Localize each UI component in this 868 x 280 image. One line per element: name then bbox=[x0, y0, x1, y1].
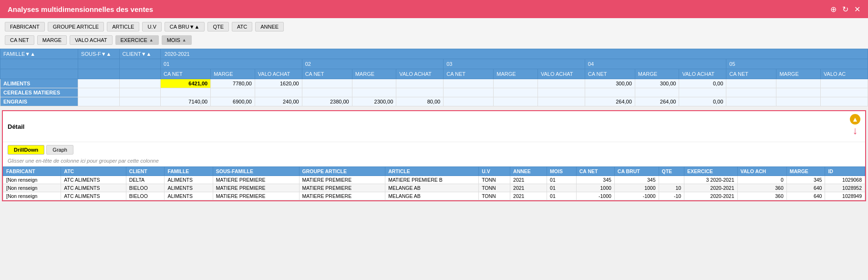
detail-cell: -10 bbox=[659, 192, 684, 200]
detail-cell: 1029068 bbox=[825, 176, 865, 184]
cell-m03-marge-engrais bbox=[494, 97, 538, 106]
table-row[interactable]: ENGRAIS 7140,00 6900,00 240,00 2380,00 2… bbox=[0, 97, 868, 106]
detail-cell: MATIERE PREMIERE bbox=[299, 176, 385, 184]
th-client[interactable]: CLIENT▼▲ bbox=[119, 49, 161, 59]
filter-btn-qte[interactable]: QTE bbox=[207, 22, 229, 31]
filter-btn-annee[interactable]: ANNEE bbox=[255, 22, 284, 31]
table-row[interactable]: CEREALES MATIERES bbox=[0, 88, 868, 97]
cell-m04-valoachat-engrais: 0,00 bbox=[679, 97, 726, 106]
th-id: ID bbox=[825, 167, 865, 176]
detail-cell: -1000 bbox=[614, 192, 659, 200]
app-header: Analyses multidimensionnelles des ventes… bbox=[0, 0, 868, 18]
detail-cell: MATIERE PREMIERE bbox=[213, 176, 299, 184]
detail-cell: 01 bbox=[547, 176, 577, 184]
detail-cell: 1028949 bbox=[825, 192, 865, 200]
cell-famille-cereales: CEREALES MATIERES bbox=[0, 88, 78, 97]
cell-m04-canet-engrais: 264,00 bbox=[585, 97, 635, 106]
table-row[interactable]: [Non renseignATC ALIMENTSBIELOOALIMENTSM… bbox=[3, 184, 865, 192]
cell-m04-valoachat-cereales bbox=[679, 88, 726, 97]
detail-cell: ALIMENTS bbox=[165, 176, 213, 184]
th-famille: FAMILLE bbox=[165, 167, 213, 176]
th-f3 bbox=[0, 69, 78, 79]
th-exercice: EXERCICE bbox=[684, 167, 737, 176]
detail-cell: 2021 bbox=[510, 176, 547, 184]
cell-m04-marge-cereales bbox=[635, 88, 679, 97]
th-sousfam2 bbox=[78, 59, 120, 69]
filter-btn-marge[interactable]: MARGE bbox=[37, 35, 67, 45]
refresh-icon[interactable]: ↻ bbox=[842, 5, 848, 14]
cell-sousfam-cereales bbox=[78, 88, 120, 97]
cell-m01-marge-engrais: 6900,00 bbox=[211, 97, 255, 106]
th-m01-canet: CA NET bbox=[161, 69, 211, 79]
detail-cell: MELANGE AB bbox=[385, 184, 479, 192]
th-famille[interactable]: FAMILLE▼▲ bbox=[0, 49, 78, 59]
filter-btn-article[interactable]: ARTICLE bbox=[107, 22, 139, 31]
th-m05-marge: MARGE bbox=[776, 69, 821, 79]
th-month-03: 03 bbox=[444, 59, 585, 69]
cell-m02-marge-engrais: 2300,00 bbox=[352, 97, 396, 106]
detail-collapse-btn[interactable]: ▲ bbox=[850, 114, 860, 124]
cell-m05-canet-engrais bbox=[726, 97, 776, 106]
cell-m04-marge-aliments: 300,00 bbox=[635, 79, 679, 88]
cell-m03-marge-cereales bbox=[494, 88, 538, 97]
detail-cell: DELTA bbox=[126, 176, 165, 184]
filter-btn-fabricant[interactable]: FABRICANT bbox=[5, 22, 45, 31]
filter-btn-canet[interactable]: CA NET bbox=[5, 35, 34, 45]
close-icon[interactable]: ✕ bbox=[854, 5, 860, 14]
th-month-04: 04 bbox=[585, 59, 726, 69]
cell-m01-valoachat-aliments: 1620,00 bbox=[255, 79, 302, 88]
filter-btn-mois[interactable]: MOIS ▲ bbox=[162, 35, 192, 45]
detail-hint: Glisser une en-tête de colonne ici pour … bbox=[3, 156, 865, 166]
detail-cell: [Non renseign bbox=[3, 176, 61, 184]
filter-btn-valoachat[interactable]: VALO ACHAT bbox=[70, 35, 112, 45]
filter-toolbar-row1: FABRICANT GROUPE ARTICLE ARTICLE U.V CA … bbox=[0, 18, 868, 33]
th-m03-canet: CA NET bbox=[444, 69, 494, 79]
cell-sousfam-engrais bbox=[78, 97, 120, 106]
detail-cell: MATIERE PREMIERE bbox=[213, 184, 299, 192]
th-m03-valoachat: VALO ACHAT bbox=[537, 69, 585, 79]
detail-cell: 2020-2021 bbox=[684, 192, 737, 200]
tab-graph[interactable]: Graph bbox=[46, 145, 73, 155]
th-annee: ANNEE bbox=[510, 167, 547, 176]
filter-btn-exercice[interactable]: EXERCICE ▲ bbox=[115, 35, 159, 45]
th-sousfamille: SOUS-FAMILLE bbox=[213, 167, 299, 176]
cell-m04-canet-cereales bbox=[585, 88, 635, 97]
th-sousfam[interactable]: SOUS-F▼▲ bbox=[78, 49, 120, 59]
table-row[interactable]: [Non renseignATC ALIMENTSDELTAALIMENTSMA… bbox=[3, 176, 865, 184]
th-ca-brut: CA BRUT bbox=[614, 167, 659, 176]
detail-cell: 3 2020-2021 bbox=[684, 176, 737, 184]
cell-m02-canet-aliments bbox=[302, 79, 352, 88]
th-article: ARTICLE bbox=[385, 167, 479, 176]
detail-cell: 10 bbox=[659, 184, 684, 192]
filter-btn-uv[interactable]: U.V bbox=[142, 22, 161, 31]
cell-m03-valoachat-cereales bbox=[537, 88, 585, 97]
detail-cell: 2020-2021 bbox=[684, 184, 737, 192]
filter-btn-groupe-article[interactable]: GROUPE ARTICLE bbox=[48, 22, 104, 31]
cell-m04-canet-aliments: 300,00 bbox=[585, 79, 635, 88]
th-m04-valoachat: VALO ACHAT bbox=[679, 69, 726, 79]
cell-m02-valoachat-aliments bbox=[396, 79, 444, 88]
detail-cell: 1000 bbox=[576, 184, 614, 192]
cell-sousfam-aliments bbox=[78, 79, 120, 88]
share-icon[interactable]: ⊕ bbox=[830, 5, 837, 14]
th-famille2 bbox=[0, 59, 78, 69]
filter-btn-atc[interactable]: ATC bbox=[232, 22, 252, 31]
filter-btn-cabrut[interactable]: CA BRU▼▲ bbox=[165, 22, 205, 31]
table-row[interactable]: ALIMENTS 6421,00 7780,00 1620,00 300,00 … bbox=[0, 79, 868, 88]
detail-table-wrapper: FABRICANT ATC CLIENT FAMILLE SOUS-FAMILL… bbox=[3, 166, 865, 200]
cell-m03-canet-engrais bbox=[444, 97, 494, 106]
table-row[interactable]: [Non renseignATC ALIMENTSBIELOOALIMENTSM… bbox=[3, 192, 865, 200]
cell-m02-marge-aliments bbox=[352, 79, 396, 88]
cell-m01-canet-cereales bbox=[161, 88, 211, 97]
detail-cell: MATIERE PREMIERE bbox=[299, 192, 385, 200]
detail-cell: TONN bbox=[479, 176, 510, 184]
cell-m03-canet-aliments bbox=[444, 79, 494, 88]
tab-drilldown[interactable]: DrillDown bbox=[8, 145, 44, 155]
detail-cell: 640 bbox=[786, 184, 825, 192]
cell-m02-valoachat-engrais: 80,00 bbox=[396, 97, 444, 106]
detail-cell: 1028952 bbox=[825, 184, 865, 192]
th-fabricant: FABRICANT bbox=[3, 167, 61, 176]
th-month-01: 01 bbox=[161, 59, 302, 69]
th-valo-ach: VALO ACH bbox=[737, 167, 786, 176]
detail-cell: ATC ALIMENTS bbox=[61, 184, 126, 192]
